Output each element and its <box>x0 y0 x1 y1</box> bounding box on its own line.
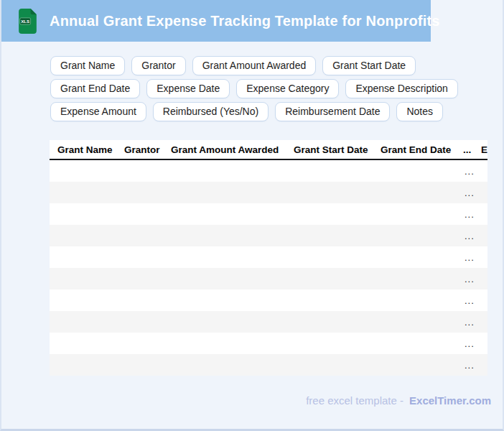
field-chip-expense-amount[interactable]: Expense Amount <box>50 102 146 121</box>
row-ellipsis: ... <box>463 252 481 263</box>
table-row: ... <box>50 160 487 182</box>
row-ellipsis: ... <box>463 166 481 177</box>
row-ellipsis: ... <box>463 338 481 349</box>
field-chip-expense-date[interactable]: Expense Date <box>146 79 230 98</box>
column-header-grant-amount-awarded: Grant Amount Awarded <box>171 144 294 155</box>
header-bar: XLS Annual Grant Expense Tracking Templa… <box>1 0 431 42</box>
row-ellipsis: ... <box>463 187 481 198</box>
row-ellipsis: ... <box>463 209 481 220</box>
preview-table: Grant Name Grantor Grant Amount Awarded … <box>50 140 487 376</box>
column-header-ellipsis: ... <box>463 144 481 155</box>
field-chip-list: Grant Name Grantor Grant Amount Awarded … <box>50 56 493 121</box>
footer-text: free excel template - <box>306 394 403 407</box>
table-header-row: Grant Name Grantor Grant Amount Awarded … <box>50 140 487 160</box>
table-row: ... <box>50 333 487 354</box>
column-header-grant-start-date: Grant Start Date <box>294 144 381 155</box>
table-row: ... <box>50 354 487 376</box>
column-header-grant-end-date: Grant End Date <box>381 144 463 155</box>
field-chip-grant-name[interactable]: Grant Name <box>50 56 125 75</box>
field-chip-notes[interactable]: Notes <box>396 102 443 121</box>
table-row: ... <box>50 225 487 246</box>
field-chip-grant-start-date[interactable]: Grant Start Date <box>322 56 416 75</box>
row-ellipsis: ... <box>463 231 481 241</box>
table-row: ... <box>50 268 487 289</box>
table-row: ... <box>50 246 487 268</box>
field-chip-grantor[interactable]: Grantor <box>131 56 185 75</box>
row-ellipsis: ... <box>463 295 481 306</box>
xls-file-icon: XLS <box>19 9 37 34</box>
table-row: ... <box>50 203 487 225</box>
row-ellipsis: ... <box>463 360 481 371</box>
footer-brand-link[interactable]: ExcelTimer.com <box>409 394 491 407</box>
table-row: ... <box>50 182 487 203</box>
field-chip-grant-end-date[interactable]: Grant End Date <box>50 79 140 98</box>
field-chip-reimbursed[interactable]: Reimbursed (Yes/No) <box>153 102 269 121</box>
row-ellipsis: ... <box>463 317 481 328</box>
column-header-grantor: Grantor <box>124 144 171 155</box>
table-row: ... <box>50 311 487 333</box>
page-title: Annual Grant Expense Tracking Template f… <box>50 13 440 29</box>
field-chip-expense-description[interactable]: Expense Description <box>345 79 457 98</box>
xls-icon-label: XLS <box>21 19 29 24</box>
column-header-truncated: E <box>481 144 487 155</box>
field-chip-grant-amount-awarded[interactable]: Grant Amount Awarded <box>192 56 317 75</box>
field-chip-reimbursement-date[interactable]: Reimbursement Date <box>275 102 390 121</box>
row-ellipsis: ... <box>463 274 481 284</box>
table-row: ... <box>50 289 487 311</box>
field-chip-expense-category[interactable]: Expense Category <box>236 79 339 98</box>
template-preview-page: XLS Annual Grant Expense Tracking Templa… <box>0 0 504 431</box>
footer-credit: free excel template -ExcelTimer.com <box>306 394 491 407</box>
column-header-grant-name: Grant Name <box>57 144 124 155</box>
